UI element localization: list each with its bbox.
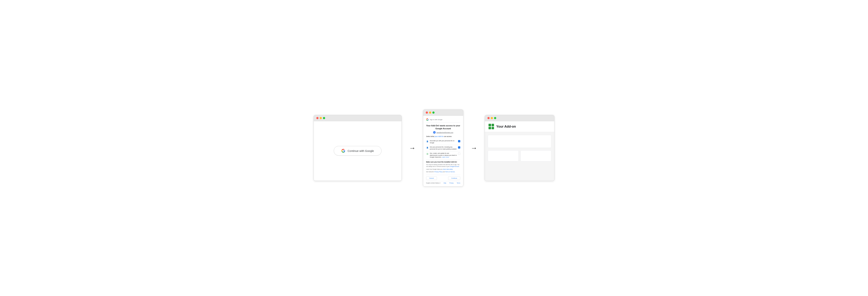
- oauth-footer-privacy[interactable]: Privacy: [450, 182, 454, 184]
- oauth-content: Sign in with Google Your Add-On! wants a…: [423, 116, 463, 186]
- browser-window-login: Continue with Google: [314, 115, 402, 181]
- select-label-prefix: Select what: [426, 136, 435, 137]
- close-button-1[interactable]: [316, 117, 318, 119]
- browser-titlebar-1: [314, 115, 402, 121]
- minimize-button-3[interactable]: [491, 117, 493, 119]
- arrow-1: →: [409, 145, 416, 151]
- flow-container: Continue with Google → Sign: [306, 110, 562, 186]
- browser-window-oauth: Sign in with Google Your Add-On! wants a…: [423, 110, 463, 186]
- browser-window-addon: Your Add-on: [485, 115, 554, 181]
- oauth-trust-text-3: See Kahoot!'s Privacy Policy and Terms o…: [426, 171, 460, 173]
- maximize-button-2[interactable]: [432, 112, 435, 114]
- addon-content: Your Add-on: [485, 121, 554, 180]
- oauth-footer-terms[interactable]: Terms: [457, 182, 460, 184]
- oauth-trust-text-2: Learn how Google helps you share data sa…: [426, 168, 460, 170]
- maximize-button-1[interactable]: [323, 117, 325, 119]
- addon-logo: [489, 124, 494, 129]
- google-g-icon: [341, 149, 345, 153]
- arrow-2: →: [471, 145, 477, 151]
- continue-with-google-button[interactable]: Continue with Google: [334, 146, 381, 155]
- close-button-2[interactable]: [426, 112, 428, 114]
- browser-titlebar-3: [485, 115, 554, 121]
- permission-2-checkbox[interactable]: ✓: [458, 146, 460, 149]
- permission-2-text: See your personal info, including any pe…: [430, 146, 457, 150]
- oauth-actions: Cancel Continue: [426, 175, 460, 181]
- oauth-select-label: Select what your Add-On can access: [426, 136, 460, 137]
- permission-2-left: 👤 See your personal info, including any …: [426, 146, 457, 150]
- addon-card-sm-2: [521, 150, 551, 161]
- oauth-dialog: Sign in with Google Your Add-On! wants a…: [423, 116, 463, 186]
- browser-titlebar-2: [423, 110, 463, 116]
- minimize-button-1[interactable]: [320, 117, 322, 119]
- permission-3: ⊞ See, create, and update its own attach…: [426, 151, 460, 159]
- permission-1-text: Associate you with your personal info on…: [430, 140, 457, 144]
- addon-logo-cell-3: [489, 127, 491, 129]
- user-avatar: U: [433, 131, 436, 134]
- permission-3-checkbox[interactable]: [458, 153, 460, 155]
- oauth-trust-title: Make sure you trust the installed Add-On…: [426, 161, 460, 163]
- signin-button-label: Continue with Google: [347, 149, 374, 152]
- addon-link[interactable]: your Add-On: [435, 136, 443, 137]
- oauth-email-badge: U user@schoolDomain.com: [426, 131, 460, 134]
- google-logo-icon: [426, 118, 429, 121]
- addon-app-header: Your Add-on: [485, 121, 554, 132]
- addon-logo-cell-4: [492, 127, 494, 129]
- oauth-header-text: Sign in with Google: [430, 119, 442, 120]
- permission-1-checkbox[interactable]: ✓: [458, 140, 460, 142]
- login-content: Continue with Google: [314, 121, 402, 180]
- oauth-cancel-button[interactable]: Cancel: [426, 176, 437, 180]
- oauth-title: Your Add-On! wants access to your Google…: [426, 124, 460, 130]
- oauth-trust-section: Make sure you trust the installed Add-On…: [426, 159, 460, 175]
- select-label-suffix: can access: [443, 136, 452, 137]
- oauth-trust-text-1: You may be sharing sensitive info with t…: [426, 164, 460, 168]
- permission-1: 👤 Associate you with your personal info …: [426, 139, 460, 145]
- addon-cards-row: [488, 150, 551, 161]
- oauth-dialog-header: Sign in with Google: [426, 118, 460, 122]
- permission-1-left: 👤 Associate you with your personal info …: [426, 140, 457, 144]
- minimize-button-2[interactable]: [429, 112, 431, 114]
- permission-2: 👤 See your personal info, including any …: [426, 145, 460, 151]
- addon-title: Your Add-on: [496, 125, 516, 128]
- permission-3-icon: ⊞: [426, 153, 429, 155]
- addon-logo-cell-1: [489, 124, 491, 126]
- permission-3-left: ⊞ See, create, and update its own attach…: [426, 152, 457, 158]
- oauth-footer-help[interactable]: Help: [443, 182, 446, 184]
- close-button-3[interactable]: [488, 117, 490, 119]
- addon-body: [485, 132, 554, 164]
- addon-card-sm-1: [488, 150, 519, 161]
- addon-logo-cell-2: [492, 124, 494, 126]
- oauth-email: user@schoolDomain.com: [436, 132, 453, 133]
- permission-2-icon: 👤: [426, 146, 429, 149]
- maximize-button-3[interactable]: [494, 117, 496, 119]
- oauth-footer-language[interactable]: English (United States) ▾: [426, 182, 440, 184]
- addon-main-card: [488, 135, 551, 148]
- oauth-continue-button[interactable]: Continue: [448, 176, 460, 180]
- permission-3-text: See, create, and update its own attachme…: [430, 152, 457, 158]
- permission-1-icon: 👤: [426, 140, 429, 143]
- oauth-footer: English (United States) ▾ Help Privacy T…: [426, 181, 460, 184]
